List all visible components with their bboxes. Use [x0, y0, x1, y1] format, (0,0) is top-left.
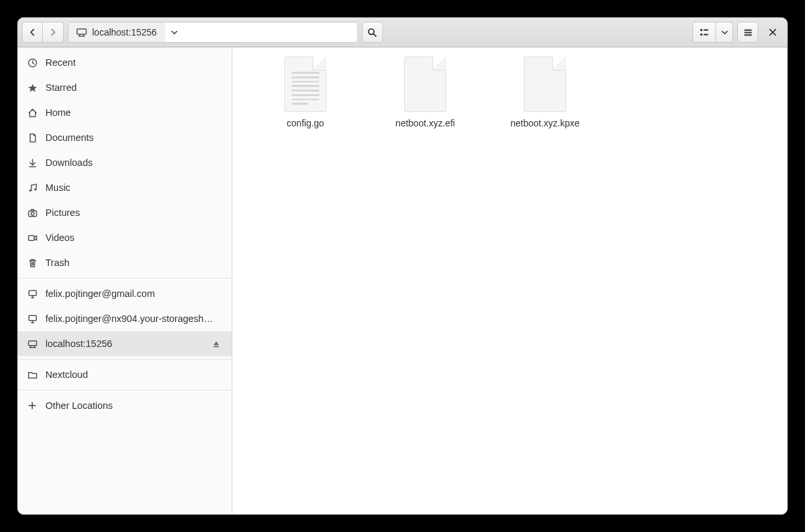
sidebar-item-music[interactable]: Music [18, 175, 232, 200]
svg-point-17 [34, 188, 36, 190]
blank-file-icon [524, 57, 566, 112]
forward-button[interactable] [43, 22, 64, 43]
eject-button[interactable] [209, 337, 222, 350]
svg-rect-9 [704, 34, 708, 36]
nav-buttons [22, 22, 64, 43]
pathbar-segment-location[interactable]: localhost:15256 [68, 22, 165, 42]
svg-rect-24 [28, 315, 36, 321]
remote-icon [27, 313, 38, 324]
svg-rect-8 [700, 34, 702, 36]
sidebar-item-label: felix.pojtinger@gmail.com [45, 288, 222, 299]
sidebar-item-label: Music [45, 182, 222, 193]
sidebar-mounts-section: felix.pojtinger@gmail.comfelix.pojtinger… [18, 279, 232, 359]
close-icon [768, 28, 777, 37]
headerbar: localhost:15256 [18, 18, 787, 47]
camera-icon [27, 207, 38, 218]
sidebar-item-recent[interactable]: Recent [18, 50, 232, 75]
sidebar-item-starred[interactable]: Starred [18, 75, 232, 100]
main-view[interactable]: config.gonetboot.xyz.efinetboot.xyz.kpxe [232, 47, 787, 514]
sidebar-item-label: Documents [45, 132, 222, 143]
sidebar-item-label: felix.pojtinger@nx904.your-storagesh… [45, 313, 222, 324]
sidebar: RecentStarredHomeDocumentsDownloadsMusic… [18, 47, 232, 514]
clock-icon [27, 57, 38, 68]
pathbar-dropdown[interactable] [165, 22, 184, 42]
view-options-button[interactable] [716, 22, 733, 43]
sidebar-bookmarks-section: Nextcloud [18, 359, 232, 390]
sidebar-item-mount-2[interactable]: localhost:15256 [18, 331, 232, 356]
text-file-icon [284, 57, 326, 112]
hamburger-menu-button[interactable] [737, 22, 758, 43]
sidebar-item-videos[interactable]: Videos [18, 225, 232, 250]
file-item[interactable]: config.go [246, 57, 365, 140]
pathbar-location-label: localhost:15256 [92, 27, 157, 38]
svg-rect-27 [28, 340, 36, 345]
svg-line-5 [373, 34, 376, 36]
sidebar-item-mount-0[interactable]: felix.pojtinger@gmail.com [18, 281, 232, 306]
svg-rect-21 [28, 290, 36, 296]
sidebar-item-documents[interactable]: Documents [18, 125, 232, 150]
sidebar-item-mount-1[interactable]: felix.pojtinger@nx904.your-storagesh… [18, 306, 232, 331]
sidebar-places-section: RecentStarredHomeDocumentsDownloadsMusic… [18, 47, 232, 279]
sidebar-item-pictures[interactable]: Pictures [18, 200, 232, 225]
home-icon [27, 107, 38, 118]
video-icon [27, 232, 38, 243]
sidebar-item-label: Nextcloud [45, 369, 222, 380]
search-button[interactable] [362, 22, 383, 43]
network-drive-icon [76, 27, 87, 38]
pathbar-empty[interactable] [184, 22, 357, 42]
view-controls [692, 22, 733, 43]
view-mode-button[interactable] [692, 22, 716, 43]
svg-rect-0 [77, 29, 86, 34]
content-area: RecentStarredHomeDocumentsDownloadsMusic… [18, 47, 787, 514]
close-window-button[interactable] [762, 22, 783, 43]
blank-file-icon [404, 57, 446, 112]
sidebar-item-label: Recent [45, 57, 222, 68]
document-icon [27, 132, 38, 143]
svg-point-16 [29, 189, 31, 191]
sidebar-item-other-locations[interactable]: Other Locations [18, 393, 232, 418]
sidebar-item-label: Pictures [45, 207, 222, 218]
remote-icon [27, 288, 38, 299]
sidebar-item-nextcloud[interactable]: Nextcloud [18, 362, 232, 387]
sidebar-other-section: Other Locations [18, 390, 232, 421]
sidebar-item-label: Trash [45, 257, 222, 268]
file-name-label: netboot.xyz.efi [396, 117, 455, 129]
svg-rect-6 [700, 29, 702, 31]
search-icon [367, 28, 377, 38]
chevron-down-icon [170, 28, 178, 36]
sidebar-item-label: Home [45, 107, 222, 118]
sidebar-item-home[interactable]: Home [18, 100, 232, 125]
sidebar-item-label: Downloads [45, 157, 222, 168]
file-manager-window: localhost:15256 [17, 17, 788, 515]
list-view-icon [699, 27, 710, 38]
sidebar-item-label: Starred [45, 82, 222, 93]
svg-rect-20 [28, 235, 34, 240]
plus-icon [27, 400, 38, 411]
music-icon [27, 182, 38, 193]
pathbar: localhost:15256 [68, 22, 358, 43]
folder-icon [27, 369, 38, 380]
trash-icon [27, 257, 38, 268]
chevron-left-icon [28, 28, 37, 37]
hamburger-icon [743, 28, 753, 38]
icon-grid: config.gonetboot.xyz.efinetboot.xyz.kpxe [232, 47, 787, 149]
download-icon [27, 157, 38, 168]
star-icon [27, 82, 38, 93]
network-icon [27, 338, 38, 349]
sidebar-item-trash[interactable]: Trash [18, 250, 232, 275]
sidebar-item-label: localhost:15256 [45, 338, 201, 349]
chevron-down-icon [721, 28, 729, 36]
back-button[interactable] [22, 22, 43, 43]
file-name-label: config.go [287, 117, 325, 129]
file-name-label: netboot.xyz.kpxe [510, 117, 579, 129]
file-item[interactable]: netboot.xyz.efi [365, 57, 485, 140]
sidebar-item-downloads[interactable]: Downloads [18, 150, 232, 175]
svg-point-19 [31, 212, 34, 215]
svg-rect-31 [213, 346, 219, 347]
chevron-right-icon [49, 28, 58, 37]
sidebar-item-label: Other Locations [45, 400, 222, 411]
svg-rect-7 [704, 30, 708, 31]
sidebar-item-label: Videos [45, 232, 222, 243]
file-item[interactable]: netboot.xyz.kpxe [485, 57, 605, 140]
